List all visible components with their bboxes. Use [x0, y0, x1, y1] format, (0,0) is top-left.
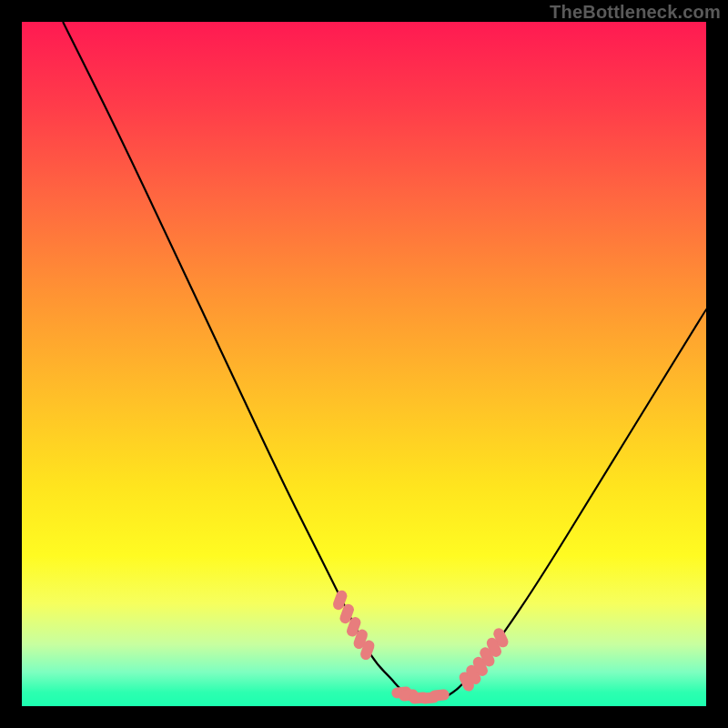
curve-line [63, 22, 706, 699]
highlight-dot [429, 689, 450, 702]
chart-frame: TheBottleneck.com [0, 0, 728, 728]
attribution-text: TheBottleneck.com [550, 2, 721, 23]
curve-svg [22, 22, 706, 706]
highlight-dots [331, 589, 510, 704]
plot-area [22, 22, 706, 706]
